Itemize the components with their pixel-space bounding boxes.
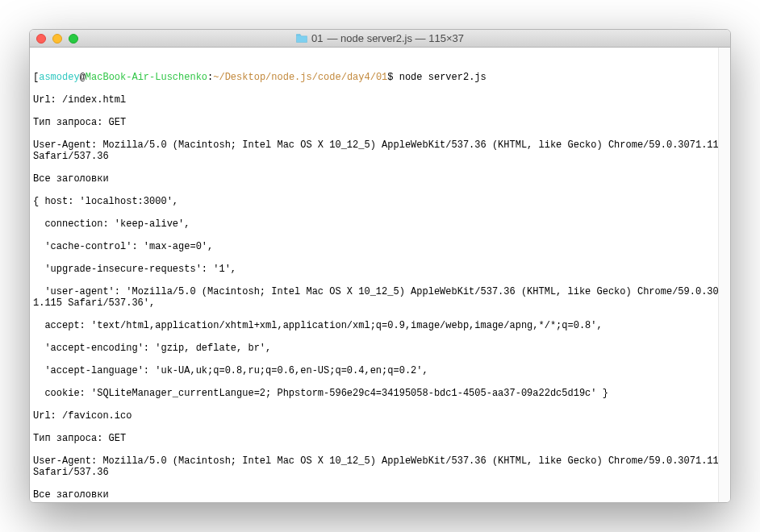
output-line: { host: 'localhost:3000', <box>33 196 727 207</box>
output-line: 'accept-language': 'uk-UA,uk;q=0.8,ru;q=… <box>33 365 727 376</box>
output-line: Url: /index.html <box>33 94 727 106</box>
output-line: Все заголовки <box>33 173 727 185</box>
output-line: 'cache-control': 'max-age=0', <box>33 241 727 252</box>
output-line: Url: /favicon.ico <box>33 410 727 422</box>
output-line: Все заголовки <box>33 489 727 501</box>
folder-icon <box>296 34 307 43</box>
output-line: Тип запроса: GET <box>33 117 727 128</box>
output-line: Тип запроса: GET <box>33 433 727 444</box>
output-line: 'accept-encoding': 'gzip, deflate, br', <box>33 343 727 354</box>
terminal-window: 01 — node server2.js — 115×37 [asmodey@M… <box>29 29 731 503</box>
output-line: 'upgrade-insecure-requests': '1', <box>33 264 727 275</box>
prompt-host: MacBook-Air-Luschenko <box>86 72 207 83</box>
window-title: 01 — node server2.js — 115×37 <box>30 32 730 44</box>
prompt-user: asmodey <box>39 72 79 83</box>
output-line: User-Agent: Mozilla/5.0 (Macintosh; Inte… <box>33 139 727 162</box>
terminal-output[interactable]: [asmodey@MacBook-Air-Luschenko:~/Desktop… <box>30 48 730 502</box>
title-rest: — node server2.js — 115×37 <box>328 32 464 44</box>
scrollbar[interactable] <box>718 48 730 502</box>
maximize-button[interactable] <box>69 34 78 44</box>
output-line: accept: 'text/html,application/xhtml+xml… <box>33 320 727 331</box>
traffic-lights <box>30 34 78 44</box>
output-line: 'user-agent': 'Mozilla/5.0 (Macintosh; I… <box>33 286 727 309</box>
minimize-button[interactable] <box>52 34 62 44</box>
output-line: cookie: 'SQLiteManager_currentLangue=2; … <box>33 388 727 399</box>
prompt-line: [asmodey@MacBook-Air-Luschenko:~/Desktop… <box>33 72 727 83</box>
close-button[interactable] <box>36 34 46 44</box>
prompt-dollar: $ <box>387 72 393 83</box>
output-line: User-Agent: Mozilla/5.0 (Macintosh; Inte… <box>33 455 727 478</box>
output-line: connection: 'keep-alive', <box>33 218 727 230</box>
prompt-at: @ <box>80 72 86 83</box>
prompt-path: ~/Desktop/node.js/code/day4/01 <box>213 72 387 83</box>
window-titlebar[interactable]: 01 — node server2.js — 115×37 <box>30 30 730 48</box>
title-folder: 01 <box>311 32 323 44</box>
command-text: node server2.js <box>394 72 486 83</box>
